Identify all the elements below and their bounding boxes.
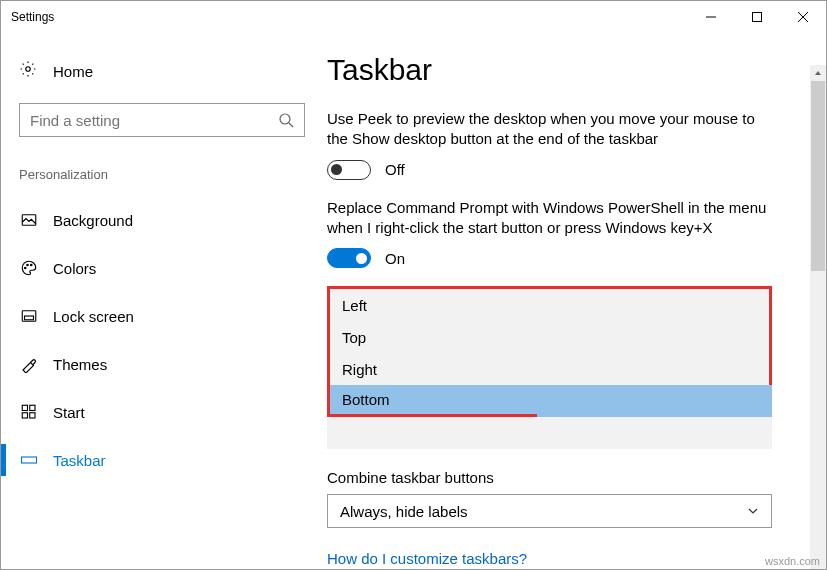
sidebar-item-start[interactable]: Start	[19, 388, 327, 436]
image-icon	[19, 211, 39, 229]
themes-icon	[19, 355, 39, 373]
powershell-toggle-label: On	[385, 250, 405, 267]
svg-point-2	[280, 114, 290, 124]
combine-label: Combine taskbar buttons	[327, 469, 794, 486]
close-button[interactable]	[780, 1, 826, 33]
svg-rect-0	[753, 13, 762, 22]
combine-dropdown[interactable]: Always, hide labels	[327, 494, 772, 528]
dropdown-option-top[interactable]: Top	[330, 321, 534, 353]
svg-point-6	[31, 264, 33, 266]
peek-option: Use Peek to preview the desktop when you…	[327, 109, 794, 180]
sidebar-item-label: Themes	[53, 356, 107, 373]
svg-rect-13	[22, 457, 37, 463]
sidebar-item-label: Colors	[53, 260, 96, 277]
peek-description: Use Peek to preview the desktop when you…	[327, 109, 767, 150]
sidebar-item-taskbar[interactable]: Taskbar	[19, 436, 327, 484]
dropdown-extra-row	[327, 417, 772, 449]
lockscreen-icon	[19, 307, 39, 325]
scroll-up-button[interactable]	[810, 65, 826, 81]
scrollbar[interactable]	[810, 65, 826, 569]
powershell-toggle[interactable]	[327, 248, 371, 268]
taskbar-location-dropdown[interactable]: Left Top Right Bottom	[327, 286, 772, 449]
sidebar-item-background[interactable]: Background	[19, 196, 327, 244]
svg-rect-9	[22, 405, 27, 410]
search-input-wrap[interactable]	[19, 103, 305, 137]
chevron-down-icon	[747, 505, 759, 517]
start-icon	[19, 403, 39, 421]
svg-rect-10	[30, 405, 35, 410]
scroll-thumb[interactable]	[811, 81, 825, 271]
svg-rect-11	[22, 413, 27, 418]
window-title: Settings	[11, 10, 54, 24]
minimize-button[interactable]	[688, 1, 734, 33]
search-icon	[278, 112, 294, 128]
svg-rect-12	[30, 413, 35, 418]
main-panel: Taskbar Use Peek to preview the desktop …	[327, 33, 826, 569]
svg-point-4	[25, 267, 27, 269]
powershell-description: Replace Command Prompt with Windows Powe…	[327, 198, 767, 239]
search-input[interactable]	[30, 112, 278, 129]
sidebar-item-label: Lock screen	[53, 308, 134, 325]
powershell-option: Replace Command Prompt with Windows Powe…	[327, 198, 794, 269]
sidebar-item-label: Start	[53, 404, 85, 421]
sidebar-item-label: Background	[53, 212, 133, 229]
taskbar-icon	[19, 451, 39, 469]
sidebar-item-colors[interactable]: Colors	[19, 244, 327, 292]
sidebar-item-label: Taskbar	[53, 452, 106, 469]
dropdown-option-bottom[interactable]: Bottom	[330, 385, 537, 417]
home-label: Home	[53, 63, 93, 80]
svg-point-5	[27, 264, 29, 266]
sidebar-item-themes[interactable]: Themes	[19, 340, 327, 388]
dropdown-option-right[interactable]: Right	[330, 353, 534, 385]
combine-value: Always, hide labels	[340, 503, 468, 520]
watermark: wsxdn.com	[765, 555, 820, 567]
help-link[interactable]: How do I customize taskbars?	[327, 550, 527, 567]
svg-rect-8	[25, 316, 34, 320]
home-button[interactable]: Home	[19, 51, 327, 91]
section-title: Personalization	[19, 167, 327, 182]
sidebar: Home Personalization Background Colors L…	[1, 33, 327, 569]
page-title: Taskbar	[327, 53, 794, 87]
peek-toggle-label: Off	[385, 161, 405, 178]
dropdown-option-left[interactable]: Left	[330, 289, 534, 321]
peek-toggle[interactable]	[327, 160, 371, 180]
svg-point-1	[26, 67, 31, 72]
sidebar-item-lockscreen[interactable]: Lock screen	[19, 292, 327, 340]
home-icon	[19, 60, 39, 82]
titlebar: Settings	[1, 1, 826, 33]
palette-icon	[19, 259, 39, 277]
maximize-button[interactable]	[734, 1, 780, 33]
